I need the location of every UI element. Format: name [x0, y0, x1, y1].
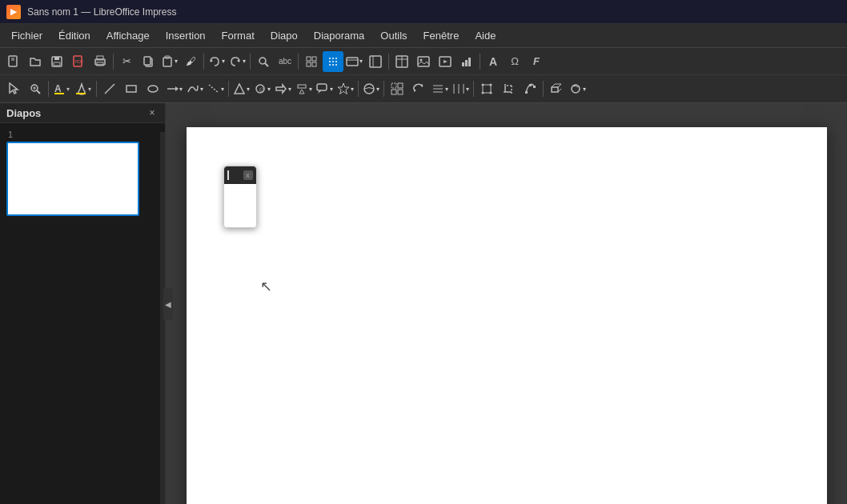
menu-diaporama[interactable]: Diaporama — [306, 26, 373, 45]
display-view-dropdown[interactable]: ▾ — [344, 51, 364, 72]
clone-format-button[interactable]: 🖌 — [180, 51, 201, 72]
callouts-dropdown[interactable]: ▾ — [315, 78, 335, 99]
canvas-area[interactable]: x ↖ — [166, 103, 847, 504]
basic-shapes-dropdown[interactable]: ▾ — [231, 78, 251, 99]
drawing-toolbar: A ▾ ▾ ▾ ▾ ▾ ▾ — [0, 75, 847, 102]
symbol-shapes-dropdown[interactable]: ☺ ▾ — [252, 78, 272, 99]
connectors-dropdown[interactable]: ▾ — [206, 78, 226, 99]
crop-button[interactable] — [498, 78, 519, 99]
stars-dropdown[interactable]: ▾ — [335, 78, 355, 99]
fill-color-button[interactable]: ▾ — [73, 78, 94, 99]
find-button[interactable] — [253, 51, 274, 72]
line-color-button[interactable]: A ▾ — [51, 78, 72, 99]
separator — [480, 54, 480, 70]
flowchart-dropdown[interactable]: ▾ — [294, 78, 314, 99]
select-tool-button[interactable] — [3, 78, 24, 99]
extrusion-button[interactable] — [546, 78, 567, 99]
svg-point-85 — [482, 92, 484, 94]
svg-rect-73 — [398, 90, 403, 94]
svg-point-56 — [148, 86, 158, 92]
menu-aide[interactable]: Aide — [467, 26, 504, 45]
menubar: Fichier Édition Affichage Insertion Form… — [0, 24, 847, 48]
slide-thumbnail[interactable]: 1 — [6, 130, 159, 216]
menu-edition[interactable]: Édition — [50, 26, 98, 45]
toolbars: PDF ✂ ▾ 🖌 ▾ ▾ abc — [0, 48, 847, 103]
svg-marker-60 — [235, 84, 244, 94]
position-size-button[interactable] — [476, 78, 497, 99]
slides-list: 1 — [0, 123, 165, 504]
svg-rect-94 — [552, 87, 558, 92]
undo-dropdown[interactable]: ▾ — [207, 51, 227, 72]
export-pdf-button[interactable]: PDF — [68, 51, 89, 72]
menu-fichier[interactable]: Fichier — [3, 26, 50, 45]
ellipse-tool-button[interactable] — [143, 78, 163, 99]
distribute-dropdown[interactable]: ▾ — [451, 78, 471, 99]
rectangle-tool-button[interactable] — [121, 78, 142, 99]
menu-format[interactable]: Format — [214, 26, 263, 45]
open-button[interactable] — [25, 51, 46, 72]
print-button[interactable] — [90, 51, 110, 72]
movie-insert-button[interactable] — [435, 51, 456, 72]
line-tool-button[interactable] — [99, 78, 120, 99]
svg-rect-66 — [317, 84, 327, 90]
svg-rect-32 — [347, 58, 358, 66]
menu-affichage[interactable]: Affichage — [98, 26, 158, 45]
slides-panel-close[interactable]: × — [146, 106, 159, 119]
svg-point-23 — [329, 58, 331, 59]
copy-button[interactable] — [138, 51, 159, 72]
separator — [48, 81, 49, 97]
slide-number: 1 — [6, 130, 159, 139]
redo-dropdown[interactable]: ▾ — [227, 51, 247, 72]
svg-line-18 — [265, 63, 268, 66]
spellcheck-button[interactable]: abc — [275, 51, 295, 72]
svg-marker-15 — [211, 59, 213, 62]
paste-dropdown[interactable]: ▾ — [159, 51, 179, 72]
menu-outils[interactable]: Outils — [372, 26, 415, 45]
grid-snap-button[interactable] — [323, 51, 343, 72]
separator — [383, 81, 384, 97]
3d-objects-dropdown[interactable]: ▾ — [361, 78, 381, 99]
new-button[interactable] — [3, 51, 24, 72]
svg-rect-52 — [54, 93, 64, 94]
normal-view-button[interactable] — [365, 51, 386, 72]
panel-collapse-button[interactable]: ◀ — [163, 288, 173, 320]
fontwork-button[interactable]: F — [526, 51, 547, 72]
svg-rect-34 — [370, 56, 381, 67]
curves-dropdown[interactable]: ▾ — [185, 78, 205, 99]
arrow-dropdown[interactable]: ▾ — [164, 78, 184, 99]
grid-display-button[interactable] — [301, 51, 322, 72]
separator — [358, 81, 359, 97]
textbox-button[interactable]: A — [483, 51, 504, 72]
svg-rect-4 — [54, 57, 59, 60]
align-dropdown[interactable]: ▾ — [430, 78, 450, 99]
chart-insert-button[interactable] — [456, 51, 477, 72]
rotate-button[interactable] — [408, 78, 429, 99]
effects-dropdown[interactable]: ▾ — [568, 78, 588, 99]
image-insert-button[interactable] — [413, 51, 434, 72]
select-objects-button[interactable] — [387, 78, 407, 99]
separator — [388, 54, 389, 70]
menu-diapo[interactable]: Diapo — [263, 26, 306, 45]
special-char-button[interactable]: Ω — [504, 51, 525, 72]
object-close-button[interactable]: x — [243, 170, 253, 180]
separator — [228, 81, 229, 97]
svg-point-28 — [335, 61, 337, 62]
svg-marker-42 — [444, 60, 448, 63]
svg-line-48 — [37, 90, 40, 94]
svg-rect-39 — [418, 57, 429, 66]
cut-button[interactable]: ✂ — [116, 51, 137, 72]
svg-rect-20 — [312, 57, 316, 61]
text-cursor-indicator — [227, 170, 229, 180]
point-edit-button[interactable] — [520, 78, 540, 99]
svg-point-26 — [329, 61, 331, 62]
zoom-tool-button[interactable] — [25, 78, 46, 99]
svg-rect-53 — [76, 93, 86, 94]
menu-insertion[interactable]: Insertion — [158, 26, 214, 45]
block-arrows-dropdown[interactable]: ▾ — [273, 78, 293, 99]
menu-fenetre[interactable]: Fenêtre — [415, 26, 468, 45]
save-button[interactable] — [46, 51, 67, 72]
svg-rect-43 — [462, 62, 464, 66]
table-insert-button[interactable] — [391, 51, 412, 72]
canvas-object[interactable]: x — [223, 166, 257, 228]
separator — [203, 54, 204, 70]
